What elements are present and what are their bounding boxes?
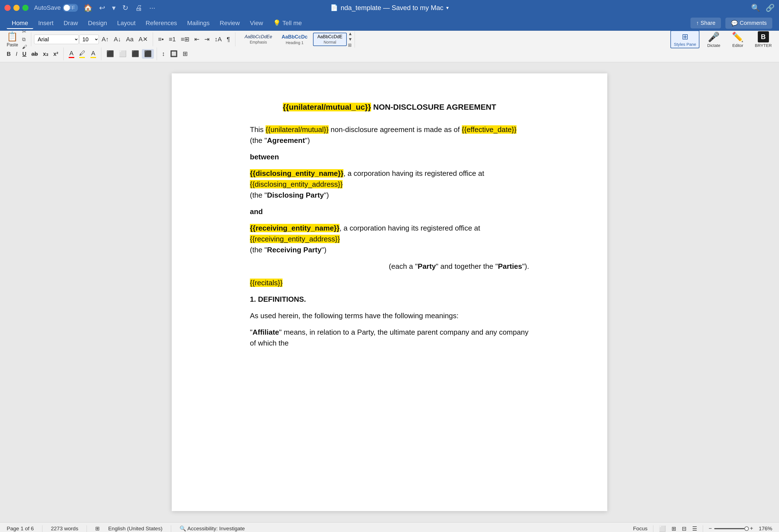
menu-home[interactable]: Home [7,17,33,29]
zoom-slider[interactable]: − + [709,525,753,532]
para1-after1: non-disclosure agreement is made as of [328,125,462,134]
cut-button[interactable]: ✂ [21,28,28,36]
italic-button[interactable]: I [13,50,19,58]
menu-design[interactable]: Design [83,17,112,29]
styles-pane-button[interactable]: ⊞ Styles Pane [670,30,700,48]
sort-button[interactable]: ↕A [212,35,224,44]
close-button[interactable] [4,5,11,11]
maximize-button[interactable] [22,5,28,11]
autosave-area: AutoSave OFF [34,4,78,12]
para-and: and [250,206,529,217]
font-color-button[interactable]: A [66,49,76,59]
normal-label: Normal [317,40,343,44]
connect-icon[interactable]: 🔗 [766,4,775,12]
dictate-icon: 🎤 [708,31,720,43]
increase-indent-button[interactable]: ⇥ [202,35,212,44]
font-section: Arial 10 A↑ A↓ Aa A✕ [34,32,153,46]
styles-pane-icon: ⊞ [682,32,688,41]
show-marks-button[interactable]: ¶ [225,35,232,44]
font-shrink-button[interactable]: A↓ [112,35,123,44]
status-bar: Page 1 of 6 2273 words ⊞ English (United… [0,522,779,532]
subscript-button[interactable]: x₂ [41,49,51,58]
bullet-list-button[interactable]: ≡• [156,35,166,44]
copy-button[interactable]: ⧉ [21,36,28,43]
change-case-button[interactable]: Aa [124,35,136,44]
editor-icon: ✏️ [732,31,743,43]
align-left-button[interactable]: ⬛ [104,49,116,59]
editor-button[interactable]: ✏️ Editor [728,30,747,49]
decrease-indent-button[interactable]: ⇤ [192,35,201,44]
align-justify-button[interactable]: ⬛ [142,49,154,59]
zoom-fill [714,528,744,529]
redo-icon[interactable]: ↻ [122,4,128,12]
document-page[interactable]: {{unilateral/mutual_uc}} NON-DISCLOSURE … [172,73,607,511]
align-right-button[interactable]: ⬛ [129,49,141,59]
share-button[interactable]: ↑ Share [691,17,721,28]
autosave-toggle[interactable]: OFF [63,4,78,12]
disclosing-end: (the " [250,191,267,199]
para1-end: ") [305,136,310,145]
menu-right: ↑ Share 💬 Comments [691,17,772,29]
view-outline-icon[interactable]: ☰ [692,525,697,532]
paste-button[interactable]: 📋 Paste [4,30,20,49]
menu-review[interactable]: Review [215,17,245,29]
search-icon[interactable]: 🔍 [751,4,760,12]
menu-tell-me[interactable]: 💡 Tell me [268,17,307,29]
multilevel-list-button[interactable]: ≡⊞ [179,35,192,44]
disclosing-party-bold: Disclosing Party [267,191,324,199]
bryter-label: BRYTER [755,43,772,48]
menu-references[interactable]: References [141,17,182,29]
styles-scroll[interactable]: ▲ ▼ ⊞ [348,31,352,48]
styles-pane-label: Styles Pane [674,42,696,47]
print-icon[interactable]: 🖨 [135,4,142,12]
strikethrough-button[interactable]: ab [29,50,40,58]
view-normal-icon[interactable]: ⬜ [659,525,666,532]
font-size-select[interactable]: 10 [79,35,99,44]
style-emphasis[interactable]: AaBbCcDdEe Emphasis [240,33,277,46]
align-center-button[interactable]: ⬜ [117,49,129,59]
more-icon[interactable]: ··· [149,4,155,12]
highlight-color-button[interactable]: 🖊 [77,49,88,59]
menu-draw[interactable]: Draw [59,17,83,29]
minimize-button[interactable] [13,5,19,11]
zoom-thumb[interactable] [744,526,749,531]
superscript-button[interactable]: x² [51,50,61,58]
menu-bar: Home Insert Draw Design Layout Reference… [0,16,779,31]
font-grow-button[interactable]: A↑ [100,35,111,44]
shading-button[interactable]: 🔲 [168,49,180,59]
clear-format-button[interactable]: A✕ [136,35,150,44]
view-layout-icon[interactable]: ⊞ [671,525,676,532]
home-icon[interactable]: 🏠 [83,4,93,12]
para-receiving: {{receiving_entity_name}}, a corporation… [250,223,529,255]
focus-label[interactable]: Focus [633,526,648,532]
zoom-track [714,528,748,529]
view-web-icon[interactable]: ⊟ [682,525,686,532]
dictate-button[interactable]: 🎤 Dictate [704,30,723,49]
borders-button[interactable]: ⊞ [180,49,190,59]
style-heading1[interactable]: AaBbCcDc Heading 1 [278,32,312,46]
color-section: A 🖊 A [66,48,101,60]
style-normal[interactable]: AaBbCcDdE Normal [313,32,347,46]
zoom-percent[interactable]: 176% [759,526,772,532]
text-background-button[interactable]: A [88,49,98,59]
menu-mailings[interactable]: Mailings [182,17,215,29]
bold-button[interactable]: B [4,50,13,58]
underline-button[interactable]: U [20,50,28,58]
line-spacing-button[interactable]: ↕ [160,49,167,59]
disclosing-close: ") [324,191,329,199]
redo-dropdown-icon[interactable]: ▾ [112,4,116,12]
doc-status-icon: ⊞ [95,525,100,532]
accessibility-label[interactable]: 🔍 Accessibility: Investigate [180,525,245,532]
numbered-list-button[interactable]: ≡1 [166,35,178,44]
zoom-minus-icon[interactable]: − [709,525,712,532]
menu-view[interactable]: View [245,17,268,29]
menu-layout[interactable]: Layout [112,17,141,29]
undo-icon[interactable]: ↩ [99,4,105,12]
bryter-button[interactable]: B BRYTER [752,30,775,49]
font-family-select[interactable]: Arial [34,35,79,44]
menu-insert[interactable]: Insert [33,17,59,29]
lightbulb-icon: 💡 [273,19,281,27]
comment-icon: 💬 [731,20,738,26]
comments-button[interactable]: 💬 Comments [725,17,772,29]
zoom-plus-icon[interactable]: + [750,525,753,532]
